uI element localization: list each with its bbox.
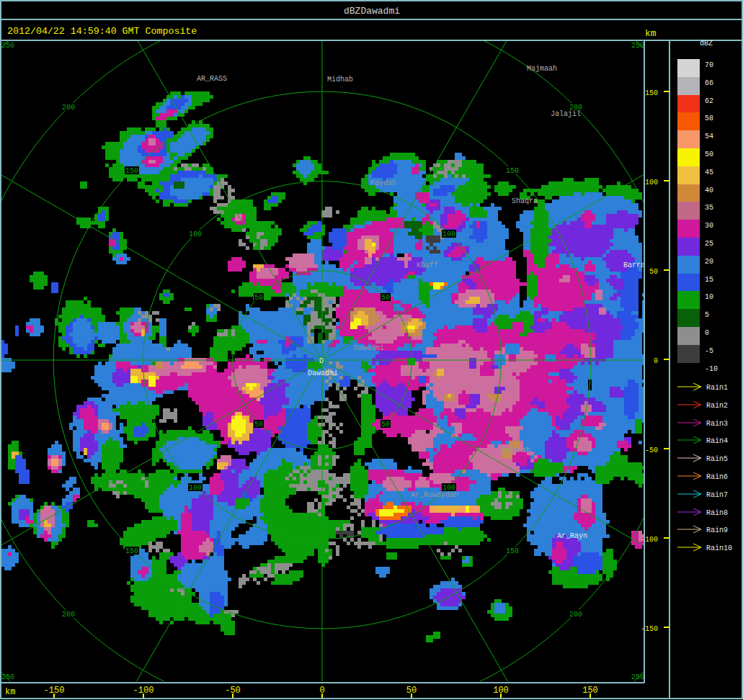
svg-text:Rain7: Rain7 bbox=[706, 491, 728, 499]
svg-text:50: 50 bbox=[705, 151, 713, 158]
svg-text:150: 150 bbox=[506, 167, 519, 175]
svg-text:Rain3: Rain3 bbox=[706, 420, 728, 428]
svg-text:Rain9: Rain9 bbox=[706, 526, 728, 534]
svg-text:Rain2: Rain2 bbox=[706, 402, 728, 410]
svg-text:Rain10: Rain10 bbox=[706, 544, 732, 552]
svg-text:45: 45 bbox=[705, 169, 713, 176]
svg-text:100: 100 bbox=[189, 484, 202, 492]
svg-text:150: 150 bbox=[125, 547, 138, 555]
svg-text:dBZDawadmi: dBZDawadmi bbox=[344, 6, 400, 17]
svg-text:Rain8: Rain8 bbox=[706, 509, 728, 517]
svg-text:150: 150 bbox=[125, 167, 138, 175]
svg-text:250: 250 bbox=[1, 42, 14, 50]
svg-text:AR_RASS: AR_RASS bbox=[197, 75, 227, 83]
svg-text:-10: -10 bbox=[705, 365, 718, 373]
svg-text:62: 62 bbox=[705, 97, 713, 105]
svg-text:200: 200 bbox=[62, 611, 75, 619]
svg-text:Dawadmi: Dawadmi bbox=[354, 344, 384, 352]
svg-text:35: 35 bbox=[705, 204, 713, 212]
svg-text:Rain5: Rain5 bbox=[706, 455, 728, 463]
svg-text:58: 58 bbox=[705, 115, 713, 122]
svg-text:20: 20 bbox=[705, 258, 713, 266]
svg-text:10: 10 bbox=[705, 293, 713, 301]
svg-text:150: 150 bbox=[645, 89, 658, 97]
svg-text:150: 150 bbox=[506, 547, 519, 555]
svg-text:Faydah: Faydah bbox=[370, 179, 396, 187]
svg-text:-150: -150 bbox=[641, 625, 658, 633]
svg-text:200: 200 bbox=[62, 104, 75, 112]
svg-text:-50: -50 bbox=[645, 447, 658, 454]
svg-text:Qafarah: Qafarah bbox=[500, 447, 530, 454]
svg-text:5: 5 bbox=[705, 311, 709, 319]
svg-text:200: 200 bbox=[569, 611, 582, 619]
svg-text:-100: -100 bbox=[641, 536, 658, 544]
svg-text:Rain4: Rain4 bbox=[706, 437, 728, 445]
svg-text:Shaqra: Shaqra bbox=[512, 197, 538, 205]
svg-text:Barra: Barra bbox=[623, 261, 645, 269]
svg-text:dBZ: dBZ bbox=[700, 40, 713, 48]
svg-text:Ar_Ruwaydah: Ar_Ruwaydah bbox=[411, 491, 458, 499]
svg-text:100: 100 bbox=[645, 179, 658, 187]
svg-text:70: 70 bbox=[705, 61, 713, 69]
svg-text:0: 0 bbox=[705, 329, 709, 337]
svg-text:250: 250 bbox=[631, 42, 644, 50]
svg-text:Rain1: Rain1 bbox=[706, 384, 728, 392]
svg-text:50: 50 bbox=[381, 294, 390, 302]
svg-text:D: D bbox=[319, 357, 324, 365]
svg-text:Midhab: Midhab bbox=[327, 76, 353, 84]
svg-text:250: 250 bbox=[631, 673, 644, 681]
svg-text:0: 0 bbox=[654, 357, 658, 365]
svg-text:Dawadmi: Dawadmi bbox=[308, 369, 338, 377]
svg-text:50: 50 bbox=[254, 421, 263, 428]
svg-text:30: 30 bbox=[705, 222, 713, 230]
svg-text:km: km bbox=[5, 687, 15, 697]
svg-text:2012/04/22 14:59:40 GMT Compos: 2012/04/22 14:59:40 GMT Composite bbox=[7, 26, 197, 37]
svg-text:50: 50 bbox=[254, 294, 263, 302]
svg-text:-5: -5 bbox=[705, 347, 713, 355]
svg-text:54: 54 bbox=[705, 133, 713, 140]
svg-text:50: 50 bbox=[649, 268, 658, 276]
svg-text:Ar_Rayn: Ar_Rayn bbox=[557, 532, 587, 540]
svg-text:Majmaah: Majmaah bbox=[527, 65, 557, 73]
svg-text:66: 66 bbox=[705, 79, 713, 87]
svg-text:25: 25 bbox=[705, 240, 713, 248]
svg-text:250: 250 bbox=[1, 673, 14, 681]
svg-text:40: 40 bbox=[705, 187, 713, 194]
svg-text:Jalajil: Jalajil bbox=[551, 110, 581, 118]
svg-text:km: km bbox=[645, 28, 657, 39]
svg-text:50: 50 bbox=[381, 421, 390, 428]
svg-text:100: 100 bbox=[442, 230, 455, 238]
svg-text:15: 15 bbox=[705, 276, 713, 284]
svg-text:Rain6: Rain6 bbox=[706, 473, 728, 481]
svg-text:100: 100 bbox=[189, 230, 202, 238]
svg-text:Khuff: Khuff bbox=[417, 261, 438, 269]
